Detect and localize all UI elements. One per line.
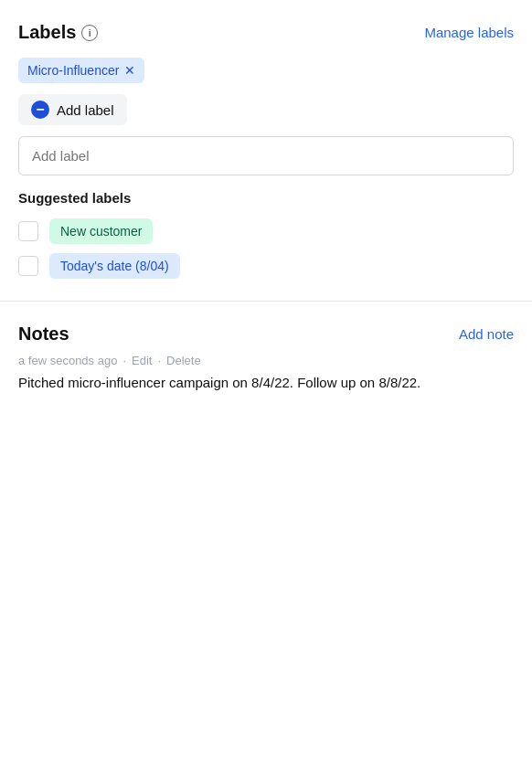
- labels-title: Labels i: [18, 22, 98, 43]
- remove-label-button[interactable]: ✕: [124, 64, 135, 77]
- labels-section: Labels i Manage labels Micro-Influencer …: [0, 0, 532, 301]
- label-tag-text: Micro-Influencer: [27, 63, 119, 78]
- manage-labels-link[interactable]: Manage labels: [424, 25, 514, 40]
- notes-title: Notes: [18, 324, 69, 345]
- add-label-input[interactable]: [18, 136, 514, 175]
- separator-2: ·: [157, 354, 161, 367]
- labels-title-text: Labels: [18, 22, 76, 43]
- minus-icon: −: [31, 101, 49, 119]
- add-label-row: − Add label: [18, 94, 514, 125]
- info-icon[interactable]: i: [81, 25, 98, 41]
- suggested-labels-list: New customer Today's date (8/04): [18, 218, 514, 279]
- label-tag-micro-influencer: Micro-Influencer ✕: [18, 58, 144, 83]
- edit-note-link[interactable]: Edit: [132, 354, 152, 367]
- new-customer-tag[interactable]: New customer: [49, 218, 153, 244]
- add-label-button[interactable]: − Add label: [18, 94, 127, 125]
- separator-1: ·: [122, 354, 126, 367]
- todays-date-checkbox[interactable]: [18, 256, 38, 276]
- notes-header: Notes Add note: [18, 324, 514, 345]
- delete-note-link[interactable]: Delete: [166, 354, 201, 367]
- todays-date-tag[interactable]: Today's date (8/04): [49, 253, 180, 279]
- labels-row: Micro-Influencer ✕: [18, 58, 514, 83]
- note-timestamp: a few seconds ago: [18, 354, 117, 367]
- suggested-item-new-customer: New customer: [18, 218, 514, 244]
- note-body: Pitched micro-influencer campaign on 8/4…: [18, 373, 514, 394]
- add-note-link[interactable]: Add note: [459, 326, 514, 342]
- notes-section: Notes Add note a few seconds ago · Edit …: [0, 302, 532, 416]
- new-customer-checkbox[interactable]: [18, 221, 38, 241]
- add-label-text: Add label: [57, 102, 114, 118]
- suggested-labels-title: Suggested labels: [18, 190, 514, 206]
- labels-header: Labels i Manage labels: [18, 22, 514, 43]
- suggested-item-todays-date: Today's date (8/04): [18, 253, 514, 279]
- note-meta: a few seconds ago · Edit · Delete: [18, 354, 514, 367]
